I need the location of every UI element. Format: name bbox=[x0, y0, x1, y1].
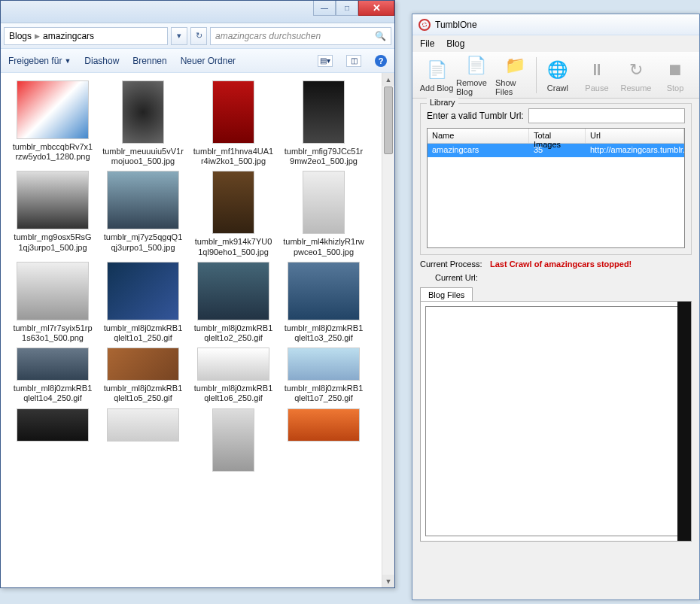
refresh-button[interactable]: ↻ bbox=[190, 27, 207, 45]
crawl-button[interactable]: 🌐Crawl bbox=[538, 54, 577, 96]
file-item[interactable]: tumblr_meuuuiu5vV1rmojuoo1_500.jpg bbox=[102, 80, 184, 166]
thumbnail-image bbox=[107, 262, 179, 320]
show-files-button[interactable]: 📁Show Files bbox=[495, 54, 534, 96]
file-name: tumblr_ml8j0zmkRB1qlelt1o5_250.gif bbox=[102, 384, 184, 403]
help-icon[interactable]: ? bbox=[375, 55, 387, 67]
file-name: tumblr_ml8j0zmkRB1qlelt1o3_250.gif bbox=[283, 323, 364, 343]
file-name: tumblr_ml8j0zmkRB1qlelt1o7_250.gif bbox=[283, 384, 364, 403]
file-item[interactable]: tumblr_ml8j0zmkRB1qlelt1o1_250.gif bbox=[102, 262, 184, 343]
file-item[interactable]: tumblr_mj7yz5qgqQ1qj3urpo1_500.jpg bbox=[102, 171, 184, 256]
col-total[interactable]: Total Images bbox=[529, 129, 586, 143]
file-item[interactable]: tumblr_ml8j0zmkRB1qlelt1o7_250.gif bbox=[282, 348, 365, 403]
scrollbar[interactable]: ▲ ▼ bbox=[382, 73, 394, 587]
file-name: tumblr_ml8j0zmkRB1qlelt1o1_250.gif bbox=[102, 323, 184, 343]
file-item[interactable]: tumblr_mfig79JCc51r9mw2eo1_500.jpg bbox=[282, 80, 365, 166]
new-folder-button[interactable]: Neuer Ordner bbox=[181, 56, 236, 66]
file-item[interactable]: tumblr_ml8j0zmkRB1qlelt1o2_250.gif bbox=[192, 262, 275, 343]
tumblone-titlebar[interactable]: TumblOne bbox=[412, 14, 699, 35]
remove-icon: 📄 bbox=[464, 54, 488, 77]
current-url-label: Current Url: bbox=[420, 273, 484, 282]
file-item[interactable]: tumblr_ml4khizlyR1rwpwceo1_500.jpg bbox=[282, 171, 365, 256]
file-item[interactable]: tumblr_ml8j0zmkRB1qlelt1o3_250.gif bbox=[282, 262, 365, 343]
file-item[interactable]: tumblr_mg9osx5RsG1qj3urpo1_500.jpg bbox=[11, 171, 94, 256]
thumbnail-image bbox=[212, 171, 254, 234]
explorer-titlebar[interactable]: — □ ✕ bbox=[1, 1, 394, 23]
blog-files-list[interactable] bbox=[425, 306, 686, 536]
tab-content bbox=[420, 301, 692, 542]
share-button[interactable]: Freigeben für ▼ bbox=[8, 56, 71, 66]
add-icon: 📄 bbox=[425, 58, 449, 82]
view-options-button[interactable]: ▤▾ bbox=[318, 55, 333, 67]
history-dropdown-button[interactable]: ▾ bbox=[171, 27, 187, 45]
file-item[interactable]: tumblr_ml7r7syix51rp1s63o1_500.png bbox=[11, 262, 94, 343]
close-button[interactable]: ✕ bbox=[358, 1, 394, 16]
breadcrumb[interactable]: Blogs ▶ amazingcars bbox=[4, 27, 168, 45]
thumbnail-image bbox=[107, 348, 179, 381]
explorer-toolbar: Freigeben für ▼ Diashow Brennen Neuer Or… bbox=[1, 49, 394, 73]
thumbnail-image bbox=[197, 348, 269, 381]
file-item[interactable]: tumblr_mbccqbRv7x1rzw5ydo1_1280.png bbox=[11, 80, 94, 166]
thumbnail-image bbox=[212, 408, 254, 472]
thumbnail-image bbox=[197, 262, 269, 320]
thumbnail-image bbox=[288, 262, 360, 320]
minimize-button[interactable]: — bbox=[313, 1, 336, 16]
remove-blog-button[interactable]: 📄Remove Blog bbox=[456, 54, 495, 96]
burn-button[interactable]: Brennen bbox=[132, 56, 166, 66]
thumbnail-image bbox=[288, 348, 360, 381]
file-name: tumblr_mf1hnva4UA1r4iw2ko1_500.jpg bbox=[193, 147, 274, 166]
thumbnail-image bbox=[107, 171, 179, 229]
stop-icon: ⏹ bbox=[663, 58, 687, 82]
file-item[interactable]: tumblr_ml8j0zmkRB1qlelt1o5_250.gif bbox=[102, 348, 184, 403]
search-icon[interactable]: 🔍 bbox=[375, 31, 386, 41]
globe-icon: 🌐 bbox=[546, 58, 570, 82]
file-item[interactable] bbox=[11, 408, 94, 472]
file-name: tumblr_mj7yz5qgqQ1qj3urpo1_500.jpg bbox=[102, 232, 184, 252]
breadcrumb-parent[interactable]: Blogs bbox=[9, 31, 32, 41]
scrollbar-thumb[interactable] bbox=[384, 87, 393, 154]
pause-button[interactable]: ⏸Pause bbox=[577, 54, 616, 96]
file-name: tumblr_ml4khizlyR1rwpwceo1_500.jpg bbox=[283, 237, 364, 256]
slideshow-button[interactable]: Diashow bbox=[84, 56, 119, 66]
tumblone-toolbar: 📄Add Blog 📄Remove Blog 📁Show Files 🌐Craw… bbox=[412, 52, 699, 99]
file-item[interactable] bbox=[192, 408, 275, 472]
app-logo-icon bbox=[418, 19, 431, 31]
menu-blog[interactable]: Blog bbox=[446, 38, 464, 49]
file-name: tumblr_ml7r7syix51rp1s63o1_500.png bbox=[12, 323, 93, 343]
chevron-down-icon: ▼ bbox=[64, 57, 71, 65]
search-input[interactable]: amazingcars durchsuchen 🔍 bbox=[210, 27, 391, 45]
list-header[interactable]: Name Total Images Url bbox=[428, 129, 684, 144]
chevron-right-icon: ▶ bbox=[35, 32, 40, 40]
file-item[interactable]: tumblr_ml8j0zmkRB1qlelt1o4_250.gif bbox=[11, 348, 94, 403]
blog-list[interactable]: Name Total Images Url amazingcars 35 htt… bbox=[427, 128, 685, 248]
breadcrumb-current[interactable]: amazingcars bbox=[43, 31, 94, 41]
resume-button[interactable]: ↻Resume bbox=[616, 54, 656, 96]
maximize-button[interactable]: □ bbox=[336, 1, 358, 16]
add-blog-button[interactable]: 📄Add Blog bbox=[417, 54, 456, 96]
app-title: TumblOne bbox=[435, 20, 477, 30]
file-name: tumblr_mk914k7YU01ql90eho1_500.jpg bbox=[193, 237, 274, 256]
list-row-selected[interactable]: amazingcars 35 http://amazingcars.tumblr… bbox=[428, 144, 684, 157]
file-name: tumblr_ml8j0zmkRB1qlelt1o4_250.gif bbox=[12, 384, 93, 403]
url-label: Enter a valid Tumblr Url: bbox=[427, 111, 524, 121]
stop-button[interactable]: ⏹Stop bbox=[656, 54, 695, 96]
file-item[interactable]: tumblr_mf1hnva4UA1r4iw2ko1_500.jpg bbox=[192, 80, 275, 166]
file-name: tumblr_meuuuiu5vV1rmojuoo1_500.jpg bbox=[102, 147, 184, 166]
scroll-up-icon[interactable]: ▲ bbox=[382, 73, 394, 86]
menu-file[interactable]: File bbox=[420, 38, 434, 49]
file-item[interactable]: tumblr_ml8j0zmkRB1qlelt1o6_250.gif bbox=[192, 348, 275, 403]
col-name[interactable]: Name bbox=[428, 129, 529, 143]
file-item[interactable] bbox=[282, 408, 365, 472]
explorer-content: tumblr_mbccqbRv7x1rzw5ydo1_1280.pngtumbl… bbox=[1, 73, 394, 587]
thumbnail-image bbox=[17, 408, 89, 442]
scroll-down-icon[interactable]: ▼ bbox=[382, 575, 394, 587]
preview-pane-button[interactable]: ◫ bbox=[346, 55, 361, 67]
file-item[interactable] bbox=[102, 408, 184, 472]
thumbnail-image bbox=[17, 80, 89, 139]
toolbar-separator bbox=[536, 57, 537, 93]
file-name: tumblr_mg9osx5RsG1qj3urpo1_500.jpg bbox=[12, 232, 93, 252]
col-url[interactable]: Url bbox=[586, 129, 684, 143]
file-item[interactable]: tumblr_mk914k7YU01ql90eho1_500.jpg bbox=[192, 171, 275, 256]
url-input[interactable] bbox=[528, 108, 685, 123]
thumbnail-image bbox=[122, 80, 164, 144]
tab-blog-files[interactable]: Blog Files bbox=[420, 287, 473, 302]
